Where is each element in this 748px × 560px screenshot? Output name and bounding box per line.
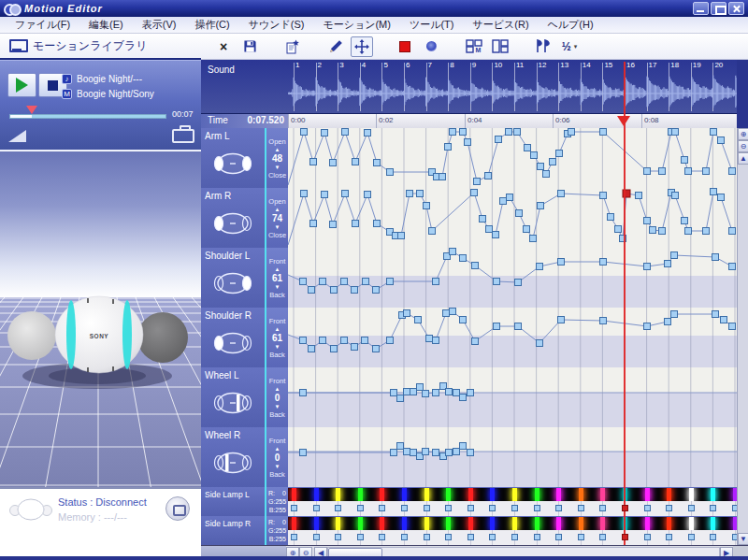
keyframe[interactable] xyxy=(729,168,736,175)
keyframe[interactable] xyxy=(374,160,381,166)
keyframe[interactable] xyxy=(424,534,430,540)
scroll-up-button[interactable]: ▲ xyxy=(738,152,748,165)
value-up-arrow[interactable]: ▲ xyxy=(275,207,280,212)
flags-button[interactable] xyxy=(532,36,554,57)
keyframe[interactable] xyxy=(721,317,727,323)
keyframe[interactable] xyxy=(423,391,429,397)
keyframe[interactable] xyxy=(685,228,692,235)
lamp-color-strip[interactable] xyxy=(288,488,737,501)
menu-item[interactable]: ファイル(F) xyxy=(6,17,79,33)
keyframe[interactable] xyxy=(688,505,695,511)
keyframe[interactable] xyxy=(446,450,453,456)
zoom-out-button[interactable]: ⊖ xyxy=(738,140,748,152)
value-up-arrow[interactable]: ▲ xyxy=(275,266,280,272)
keyframe[interactable] xyxy=(453,449,460,455)
keyframe[interactable] xyxy=(468,390,474,396)
keyframe[interactable] xyxy=(486,226,493,233)
keyframe[interactable] xyxy=(450,309,456,315)
keyframe[interactable] xyxy=(537,264,543,270)
time-tick-area[interactable]: 0:000:020:040:060:08 xyxy=(288,114,737,128)
waveform-area[interactable]: 1234567891011121314151617181920 xyxy=(288,60,737,114)
toolbox-button[interactable] xyxy=(172,129,194,143)
keyframe[interactable] xyxy=(485,173,492,179)
keyframe[interactable] xyxy=(335,534,341,540)
keyframe[interactable] xyxy=(558,259,565,266)
lamp-keyframe-row[interactable] xyxy=(288,501,737,516)
keyframe[interactable] xyxy=(578,505,584,511)
keyframe[interactable] xyxy=(468,450,474,456)
keyframe[interactable] xyxy=(472,338,479,345)
keyframe[interactable] xyxy=(644,534,651,540)
keyframe[interactable] xyxy=(493,232,499,238)
keyframe[interactable] xyxy=(685,168,692,175)
keyframe[interactable] xyxy=(524,226,530,233)
keyframe[interactable] xyxy=(450,249,456,255)
lamp-color-strip[interactable] xyxy=(288,517,737,530)
keyframe[interactable] xyxy=(397,395,404,402)
keyframe[interactable] xyxy=(525,145,531,151)
keyframe[interactable] xyxy=(433,390,439,396)
keyframe[interactable] xyxy=(516,210,523,217)
track-label[interactable]: Arm R xyxy=(201,188,265,248)
keyframe[interactable] xyxy=(417,384,424,391)
menu-item[interactable]: サービス(R) xyxy=(464,17,539,33)
menu-item[interactable]: モーション(M) xyxy=(313,17,400,33)
keyframe[interactable] xyxy=(301,191,308,197)
keyframe[interactable] xyxy=(555,505,562,511)
scroll-down-button[interactable]: ▼ xyxy=(738,533,748,545)
keyframe[interactable] xyxy=(300,279,307,285)
lamp-rgb-control[interactable]: R:0G:255B:255 xyxy=(265,516,288,545)
keyframe[interactable] xyxy=(415,317,422,323)
keyframe[interactable] xyxy=(644,264,651,270)
close-motion-button[interactable]: × xyxy=(212,36,235,57)
keyframe[interactable] xyxy=(600,129,607,136)
seek-marker-icon[interactable] xyxy=(26,106,37,114)
keyframe[interactable] xyxy=(331,346,338,352)
keyframe[interactable] xyxy=(460,443,467,450)
keyframe[interactable] xyxy=(703,168,710,175)
keyframe[interactable] xyxy=(480,216,486,223)
half-speed-button[interactable]: ½ ▾ xyxy=(558,36,581,57)
value-down-arrow[interactable]: ▼ xyxy=(275,284,280,290)
keyframe[interactable] xyxy=(659,228,666,235)
keyframe[interactable] xyxy=(365,192,371,198)
menu-item[interactable]: ヘルプ(H) xyxy=(539,17,603,33)
record-button[interactable] xyxy=(394,36,416,57)
keyframe[interactable] xyxy=(460,317,467,323)
keyframe[interactable] xyxy=(460,129,467,136)
keyframe[interactable] xyxy=(310,221,317,227)
keyframe[interactable] xyxy=(500,198,507,205)
keyframe[interactable] xyxy=(471,190,478,196)
keyframe[interactable] xyxy=(387,169,394,176)
keyframe[interactable] xyxy=(417,191,424,197)
keyframe[interactable] xyxy=(433,279,439,285)
keyframe[interactable] xyxy=(352,159,359,165)
keyframe[interactable] xyxy=(712,311,719,318)
window-compare-button[interactable] xyxy=(489,36,511,57)
keyframe[interactable] xyxy=(397,443,404,450)
keyframe[interactable] xyxy=(550,159,556,165)
keyframe[interactable] xyxy=(555,534,562,540)
seek-bar[interactable] xyxy=(9,114,166,119)
keyframe[interactable] xyxy=(433,337,439,344)
keyframe[interactable] xyxy=(729,264,736,270)
keyframe[interactable] xyxy=(578,534,584,540)
keyframe[interactable] xyxy=(489,534,496,540)
window-motion-button[interactable]: M xyxy=(463,36,485,57)
track-label[interactable]: Arm L xyxy=(201,128,265,188)
keyframe[interactable] xyxy=(453,390,460,396)
keyframe[interactable] xyxy=(468,534,474,540)
keyframe[interactable] xyxy=(682,157,688,164)
keyframe[interactable] xyxy=(445,144,452,151)
keyframe[interactable] xyxy=(341,279,348,285)
keyframe[interactable] xyxy=(494,323,500,330)
minimize-button[interactable] xyxy=(693,2,709,15)
keyframe[interactable] xyxy=(426,336,433,342)
keyframe[interactable] xyxy=(688,534,695,540)
keyframe[interactable] xyxy=(424,505,430,511)
keyframe[interactable] xyxy=(331,287,338,294)
menu-item[interactable]: 表示(V) xyxy=(133,17,186,33)
keyframe[interactable] xyxy=(300,390,307,396)
keyframe[interactable] xyxy=(515,323,522,330)
keyframe[interactable] xyxy=(531,152,538,159)
